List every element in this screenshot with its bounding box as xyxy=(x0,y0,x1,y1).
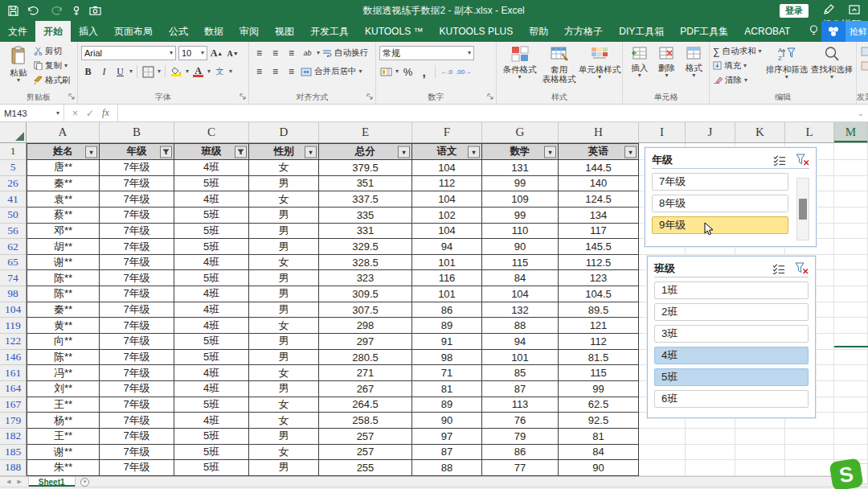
empty-cell[interactable] xyxy=(834,255,868,271)
grid-cell[interactable]: 蔡** xyxy=(27,208,100,224)
empty-cell[interactable] xyxy=(834,413,868,429)
grid-cell[interactable]: 267 xyxy=(319,381,412,397)
align-middle-icon[interactable]: ≡ xyxy=(268,47,282,60)
sheet-tab-active[interactable]: Sheet1 xyxy=(28,477,76,487)
grid-cell[interactable]: 7年级 xyxy=(100,160,174,176)
grid-cell[interactable]: 144.5 xyxy=(559,160,639,176)
row-header-56[interactable]: 56 xyxy=(0,224,27,240)
grid-cell[interactable]: 王** xyxy=(27,397,100,413)
cancel-icon[interactable]: × xyxy=(72,108,78,119)
clear-filter-icon[interactable] xyxy=(796,154,809,166)
ink-pen-icon[interactable] xyxy=(823,4,834,18)
slicer-scrollbar-thumb[interactable] xyxy=(799,199,807,220)
empty-cell[interactable] xyxy=(834,381,868,397)
grid-cell[interactable]: 7年级 xyxy=(100,381,174,397)
grid-cell[interactable]: 7年级 xyxy=(100,255,174,271)
row-header-50[interactable]: 50 xyxy=(0,208,27,224)
header-cell-2[interactable]: 班级 xyxy=(174,143,249,160)
grid-cell[interactable]: 117 xyxy=(559,224,639,240)
row-header-182[interactable]: 182 xyxy=(0,429,27,445)
grid-cell[interactable]: 7年级 xyxy=(100,397,174,413)
column-header-J[interactable]: J xyxy=(686,122,735,142)
slicer-class-item-4[interactable]: 5班 xyxy=(654,368,809,386)
grid-cell[interactable]: 89 xyxy=(412,397,482,413)
grid-cell[interactable]: 76 xyxy=(482,413,559,429)
borders-button[interactable] xyxy=(141,65,155,79)
grid-cell[interactable]: 女 xyxy=(249,160,319,176)
grid-cell[interactable]: 91 xyxy=(412,334,482,350)
insert-cells-button[interactable]: 插入 ▾ xyxy=(626,44,653,78)
screenshot-icon[interactable] xyxy=(89,6,101,15)
empty-cell[interactable] xyxy=(834,286,868,302)
italic-button[interactable]: I xyxy=(97,65,111,79)
grid-cell[interactable]: 7年级 xyxy=(100,413,174,429)
row-header-5[interactable]: 5 xyxy=(0,160,27,176)
grid-cell[interactable]: 113 xyxy=(482,397,559,413)
slicer-class-item-2[interactable]: 3班 xyxy=(654,325,809,343)
grid-cell[interactable]: 257 xyxy=(319,429,412,445)
grid-cell[interactable]: 4班 xyxy=(174,302,249,318)
grid-cell[interactable]: 冯** xyxy=(27,365,100,381)
clipboard-dialog-launcher-icon[interactable] xyxy=(68,91,75,102)
grid-cell[interactable]: 115 xyxy=(559,365,639,381)
grid-cell[interactable]: 袁** xyxy=(27,191,100,208)
empty-cell[interactable] xyxy=(735,460,785,476)
increase-decimal-button[interactable]: ←.0 xyxy=(440,65,453,79)
grid-cell[interactable]: 307.5 xyxy=(319,302,412,318)
grid-cell[interactable]: 110 xyxy=(482,224,559,240)
grid-cell[interactable]: 男 xyxy=(249,350,319,366)
column-header-I[interactable]: I xyxy=(639,122,686,142)
empty-cell[interactable] xyxy=(686,460,735,476)
align-right-icon[interactable]: ≡ xyxy=(285,65,298,79)
grid-cell[interactable]: 7年级 xyxy=(100,286,174,302)
filter-dropdown-button[interactable]: ▾ xyxy=(624,146,637,158)
grid-cell[interactable]: 331 xyxy=(319,224,412,240)
grid-cell[interactable]: 女 xyxy=(249,191,319,208)
column-header-L[interactable]: L xyxy=(785,122,834,142)
grid-cell[interactable]: 男 xyxy=(249,286,319,302)
grid-cell[interactable]: 5班 xyxy=(174,350,249,366)
grid-cell[interactable]: 5班 xyxy=(174,334,249,350)
empty-cell[interactable] xyxy=(834,429,868,445)
row-header-119[interactable]: 119 xyxy=(0,318,27,334)
sheet-nav-left-icon[interactable]: ◀ xyxy=(6,479,10,485)
grid-cell[interactable]: 7年级 xyxy=(100,365,174,381)
grid-cell[interactable]: 335 xyxy=(319,208,412,224)
grid-cell[interactable]: 257 xyxy=(319,445,412,461)
column-header-M[interactable]: M xyxy=(834,122,868,142)
empty-cell[interactable] xyxy=(834,239,868,255)
ribbon-tab-1[interactable]: 开始 xyxy=(35,21,71,42)
row-header-167[interactable]: 167 xyxy=(0,397,27,413)
empty-cell[interactable] xyxy=(785,445,834,461)
grid-cell[interactable]: 男 xyxy=(249,224,319,240)
grid-cell[interactable]: 7年级 xyxy=(100,270,174,286)
grid-cell[interactable]: 男 xyxy=(249,381,319,397)
grid-cell[interactable]: 104 xyxy=(412,160,482,176)
promo-button[interactable]: 抢鲜 xyxy=(845,21,868,42)
grid-cell[interactable]: 88 xyxy=(482,318,559,334)
grid-cell[interactable]: 351 xyxy=(319,176,412,192)
alignment-dialog-launcher-icon[interactable] xyxy=(366,91,373,102)
grid-cell[interactable]: 81 xyxy=(559,429,639,445)
name-box-dropdown-icon[interactable]: ▾ xyxy=(56,111,59,116)
column-header-D[interactable]: D xyxy=(249,122,319,142)
column-header-H[interactable]: H xyxy=(559,122,639,142)
grid-cell[interactable]: 104.5 xyxy=(559,286,639,302)
grid-cell[interactable]: 男 xyxy=(249,176,319,192)
grid-cell[interactable]: 101 xyxy=(412,255,482,271)
header-cell-6[interactable]: 数学▾ xyxy=(482,143,559,160)
grid-cell[interactable]: 谢** xyxy=(27,445,100,461)
undo-dropdown-icon[interactable]: ▾ xyxy=(40,8,43,13)
insert-function-icon[interactable]: fx xyxy=(102,107,109,119)
grid-cell[interactable]: 7年级 xyxy=(100,239,174,255)
paste-button[interactable]: 粘贴 ▾ xyxy=(3,44,34,88)
grid-cell[interactable]: 298 xyxy=(319,318,412,334)
grid-cell[interactable]: 99 xyxy=(559,381,639,397)
empty-cell[interactable] xyxy=(834,143,868,160)
format-as-table-button[interactable]: 套用 表格格式 xyxy=(539,44,579,84)
grid-cell[interactable]: 朱** xyxy=(27,460,100,476)
grid-cell[interactable]: 7年级 xyxy=(100,302,174,318)
empty-cell[interactable] xyxy=(834,270,868,286)
empty-cell[interactable] xyxy=(735,445,785,461)
align-left-icon[interactable]: ≡ xyxy=(252,65,266,79)
